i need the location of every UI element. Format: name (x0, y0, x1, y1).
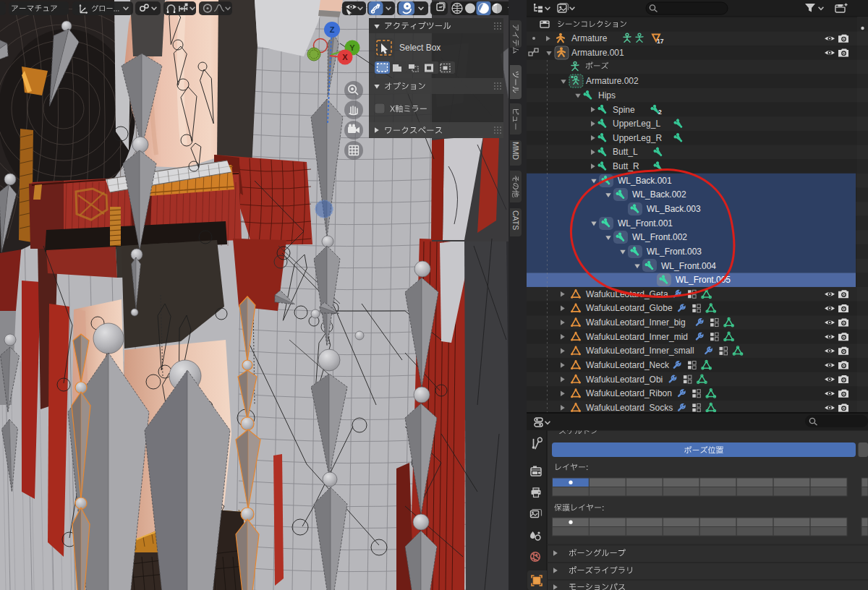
svg-text:WafukuLeotard_Inner_mid: WafukuLeotard_Inner_mid (586, 332, 688, 342)
svg-text:WL_Front.003: WL_Front.003 (647, 247, 702, 257)
svg-text:Butt_L: Butt_L (613, 147, 638, 157)
svg-text:Armature.001: Armature.001 (571, 48, 624, 58)
svg-text:Armature: Armature (571, 33, 608, 43)
svg-text:UpperLeg_L: UpperLeg_L (613, 119, 660, 129)
svg-text:WL_Back.003: WL_Back.003 (647, 204, 701, 214)
svg-text:Y: Y (349, 43, 355, 52)
svg-text:WafukuLeotard_Inner_big: WafukuLeotard_Inner_big (586, 317, 686, 328)
svg-text:WafukuLeotard_Neck: WafukuLeotard_Neck (586, 360, 670, 370)
svg-text:Butt_R: Butt_R (613, 161, 639, 171)
svg-text:WafukuLeotard_Obi: WafukuLeotard_Obi (586, 375, 663, 385)
svg-text:WL_Front.004: WL_Front.004 (661, 261, 716, 271)
svg-text:MMD: MMD (511, 142, 520, 160)
svg-text:Z: Z (330, 25, 335, 34)
svg-text:X: X (342, 53, 348, 61)
svg-text:WL_Back.001: WL_Back.001 (618, 176, 672, 186)
svg-text:CATS: CATS (511, 210, 520, 230)
svg-text:2: 2 (658, 108, 662, 116)
svg-text:17: 17 (657, 38, 664, 45)
svg-text:Spine: Spine (613, 105, 635, 115)
svg-text:Select Box: Select Box (399, 43, 441, 53)
svg-text:WL_Back.002: WL_Back.002 (632, 189, 686, 200)
svg-text:WafukuLeotard_Socks: WafukuLeotard_Socks (586, 403, 673, 413)
svg-text:Hips: Hips (598, 90, 616, 101)
svg-text:WafukuLeotard_Ribon: WafukuLeotard_Ribon (586, 388, 672, 398)
svg-text:WafukuLeotard_Inner_small: WafukuLeotard_Inner_small (586, 346, 694, 356)
svg-text:UpperLeg_R: UpperLeg_R (613, 133, 662, 143)
svg-text:WafukuLeotard_Globe: WafukuLeotard_Globe (586, 303, 673, 313)
svg-text:Armature.002: Armature.002 (586, 76, 639, 86)
svg-text:WL_Front.001: WL_Front.001 (618, 218, 673, 228)
svg-text:WL_Front.002: WL_Front.002 (632, 232, 687, 242)
